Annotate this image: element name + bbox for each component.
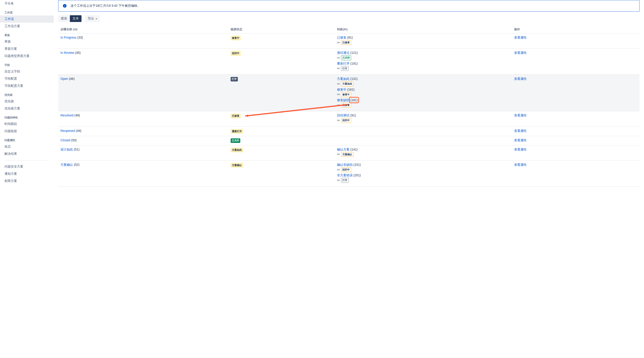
step-name-link[interactable]: Resolved — [60, 113, 74, 117]
step-name-link[interactable]: In Review — [60, 51, 74, 55]
transition-id: (141) — [350, 148, 358, 151]
transition-name-link[interactable]: 方案如此 — [337, 77, 350, 81]
sidebar-item-field-config[interactable]: 字段配置 — [0, 75, 54, 82]
transition-dest-lozenge: 已修复 — [341, 40, 351, 45]
text-button[interactable]: 文本 — [70, 15, 82, 22]
view-properties-link[interactable]: 查看属性 — [514, 36, 527, 39]
transition-block: 重新打开 (191)>>打开 — [337, 62, 510, 71]
sidebar-item-subtask[interactable]: 子任务 — [0, 0, 54, 7]
transition-dest-lozenge: 方案如此 — [341, 81, 354, 86]
transition-dest-lozenge: 修复中 — [341, 92, 351, 97]
transition-block: 修复缺陷 (181)>>已修复 — [337, 98, 510, 107]
transition-id: (121) — [350, 51, 358, 55]
sidebar-item-time-tracking[interactable]: 时间跟踪 — [0, 120, 54, 128]
sidebar-heading-issue-features: 问题的特性 — [0, 112, 54, 120]
sidebar-heading-workflow: 工作流 — [0, 7, 54, 16]
transition-name-link[interactable]: 重新打开 — [337, 62, 350, 65]
transition-name-link[interactable]: 修复中 — [337, 88, 346, 91]
info-text: 这个工作流上次于18/三月/19 3:42 下午被您编辑。 — [70, 4, 140, 8]
view-properties-link[interactable]: 查看属性 — [514, 148, 527, 151]
view-properties-link[interactable]: 查看属性 — [514, 129, 527, 133]
col-header-ops: 操作 — [512, 26, 640, 34]
sidebar: 子任务 工作流 工作流 工作流方案 界面 界面 界面方案 问题类型界面方案 字段… — [0, 0, 54, 196]
sidebar-heading-priority: 优先级 — [0, 90, 54, 98]
sidebar-item-issuetype-screen-scheme[interactable]: 问题类型界面方案 — [0, 53, 54, 60]
step-id: (48) — [74, 113, 80, 117]
sidebar-item-priority-scheme[interactable]: 优先级方案 — [0, 105, 54, 112]
step-id: (49) — [76, 129, 82, 133]
view-properties-link[interactable]: 查看属性 — [514, 77, 527, 81]
transition-name-link[interactable]: 回归测试 — [337, 113, 350, 117]
transition-arrow-icon: >> — [337, 104, 340, 107]
transition-id: (131) — [350, 77, 358, 81]
step-id: (33) — [77, 36, 83, 39]
sidebar-item-statuses[interactable]: 状态 — [0, 143, 54, 150]
sidebar-item-notification-scheme[interactable]: 通知方案 — [0, 170, 54, 177]
step-name-link[interactable]: In Progress — [60, 36, 76, 39]
status-lozenge: 方案确认 — [231, 163, 243, 167]
table-row: Resolved (48)已修复回归测试 (91)>>回归中查看属性 — [58, 111, 640, 126]
transition-name-link[interactable]: 测试通过 — [337, 51, 350, 55]
transition-dest-lozenge: 打开 — [341, 178, 349, 183]
step-id: (51) — [74, 148, 80, 151]
sidebar-item-custom-fields[interactable]: 自定义字段 — [0, 68, 54, 75]
transition-name-link[interactable]: 已修复 — [337, 36, 346, 39]
sidebar-item-screen[interactable]: 界面 — [0, 38, 54, 45]
sidebar-item-field-config-scheme[interactable]: 字段配置方案 — [0, 82, 54, 90]
sidebar-item-workflow[interactable]: 工作流 — [0, 16, 54, 23]
step-id: (46) — [69, 77, 74, 81]
sidebar-heading-field: 字段 — [0, 60, 54, 68]
view-properties-link[interactable]: 查看属性 — [514, 138, 527, 142]
view-properties-link[interactable]: 查看属性 — [514, 113, 527, 117]
step-name-link[interactable]: 设计如此 — [60, 148, 73, 151]
step-id: (52) — [74, 163, 80, 166]
status-lozenge: 打开 — [231, 77, 238, 81]
info-icon: i — [63, 4, 66, 8]
diagram-button[interactable]: 图形 — [58, 15, 70, 22]
step-name-link[interactable]: Reopened — [60, 129, 75, 133]
transition-block: 已修复 (81)>>已修复 — [337, 36, 510, 45]
sidebar-item-issue-security-scheme[interactable]: 问题安全方案 — [0, 163, 54, 170]
step-name-link[interactable]: Closed — [60, 138, 70, 142]
transition-name-link[interactable]: 非方案错误 — [337, 173, 353, 177]
sidebar-item-issue-links[interactable]: 问题链接 — [0, 128, 54, 135]
transition-dest-lozenge: 已修复 — [341, 103, 351, 107]
step-id: (45) — [75, 51, 80, 55]
transition-name-link[interactable]: 确认非缺陷 — [337, 163, 353, 166]
sidebar-item-workflow-scheme[interactable]: 工作流方案 — [0, 23, 54, 30]
table-row: 设计如此 (51)方案如此确认方案 (141)>>方案确认查看属性 — [58, 145, 640, 160]
transition-arrow-icon: >> — [337, 56, 340, 59]
view-properties-link[interactable]: 查看属性 — [514, 163, 527, 166]
table-row: Closed (50)已关闭查看属性 — [58, 136, 640, 145]
export-label: 导出 — [88, 17, 94, 20]
sidebar-item-resolutions[interactable]: 解决结果 — [0, 150, 54, 157]
step-name-link[interactable]: Open — [60, 77, 68, 81]
transition-block: 非方案错误 (201)>>打开 — [337, 173, 510, 183]
step-name-link[interactable]: 方案确认 — [60, 163, 73, 166]
transition-block: 确认方案 (141)>>方案确认 — [337, 148, 510, 157]
status-lozenge: 方案如此 — [231, 148, 243, 152]
transition-block: 测试通过 (121)>>已关闭 — [337, 51, 510, 60]
transition-name-link[interactable]: 修复缺陷 — [337, 98, 350, 102]
transition-block: 回归测试 (91)>>回归中 — [337, 113, 510, 123]
export-button[interactable]: 导出 ▾ — [85, 15, 100, 22]
table-row: Open (46)打开方案如此 (131)>>方案如此修复中 (161)>>修复… — [58, 75, 640, 111]
table-row: Reopened (49)重新打开查看属性 — [58, 126, 640, 136]
sidebar-item-screen-scheme[interactable]: 界面方案 — [0, 45, 54, 53]
transition-arrow-icon: >> — [337, 93, 340, 96]
transition-id: (161) — [347, 88, 355, 91]
transition-dest-lozenge: 已关闭 — [341, 55, 351, 60]
sidebar-divider — [4, 160, 49, 160]
transition-name-link[interactable]: 确认方案 — [337, 148, 350, 151]
info-panel: i 这个工作流上次于18/三月/19 3:42 下午被您编辑。 — [58, 0, 640, 12]
table-row: In Review (45)回归中测试通过 (121)>>已关闭重新打开 (19… — [58, 49, 640, 75]
view-properties-link[interactable]: 查看属性 — [514, 51, 527, 55]
sidebar-item-priority[interactable]: 优先级 — [0, 98, 54, 105]
workflow-steps-table: 步骤名称 (id) 链接状态 转换(ID) 操作 In Progress (33… — [58, 26, 640, 187]
transition-block: 修复中 (161)>>修复中 — [337, 88, 510, 97]
sidebar-item-permission-scheme[interactable]: 权限方案 — [0, 177, 54, 185]
transition-id: (201) — [354, 173, 361, 177]
transition-dest-lozenge: 回归中 — [341, 118, 351, 123]
status-lozenge: 回归中 — [231, 51, 241, 56]
transition-block: 确认非缺陷 (151)>>回归中 — [337, 163, 510, 172]
